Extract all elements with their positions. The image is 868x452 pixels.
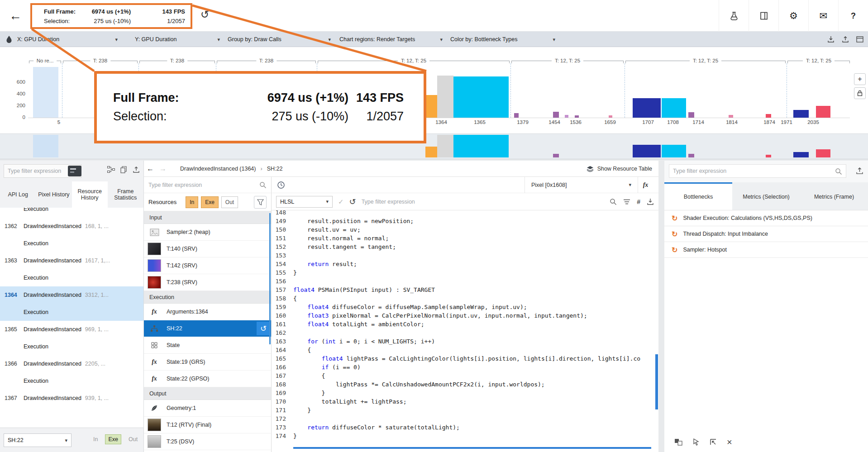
code-line[interactable]: 154 return result; <box>272 260 655 268</box>
overview-bar[interactable] <box>633 145 661 157</box>
resources-scrollbar[interactable] <box>269 213 271 344</box>
resource-item[interactable]: State <box>144 337 271 354</box>
code-line[interactable]: 167 { <box>272 371 655 380</box>
nav-back-icon[interactable]: ← <box>144 165 157 173</box>
search-icon[interactable] <box>610 198 617 205</box>
code-line[interactable]: 173 return diffuseColor * saturate(total… <box>272 423 655 432</box>
y-axis-dropdown[interactable]: Y: GPU Duration▾ <box>135 32 220 47</box>
bottleneck-row[interactable]: ↻Thread Dispatch: Input Imbalance <box>664 226 868 242</box>
bottleneck-row[interactable]: ↻Sampler: Hotspot <box>664 242 868 258</box>
resources-toggle-exe[interactable]: Exe <box>201 196 219 208</box>
close-icon[interactable]: × <box>727 438 732 446</box>
code-line[interactable]: 155} <box>272 268 655 277</box>
event-row[interactable]: 1364DrawIndexedInstanced3312, 1... <box>0 286 143 304</box>
tree-view-icon[interactable] <box>107 166 115 173</box>
resource-item[interactable]: Geometry:1 <box>144 400 271 417</box>
code-line[interactable]: 149 result.position = newPosition; <box>272 217 655 225</box>
code-line[interactable]: 171 } <box>272 406 655 414</box>
search-icon[interactable] <box>259 181 267 189</box>
sort-lines-icon[interactable] <box>623 199 630 205</box>
chart-bar[interactable] <box>633 98 661 118</box>
event-row[interactable]: 1367DrawIndexedInstanced939, 1, ... <box>0 390 143 407</box>
shader-select[interactable]: SH:22 ▾ <box>4 433 72 447</box>
chart-bar[interactable] <box>553 112 559 118</box>
code-line[interactable]: 163 for (int i = 0; i < NUM_LIGHTS; i++) <box>272 337 655 346</box>
overview-bar[interactable] <box>33 135 58 157</box>
resource-item[interactable]: SH:22↺ <box>144 320 271 337</box>
copy-icon[interactable] <box>120 166 127 173</box>
code-line[interactable]: 170 totalLight += lightPass; <box>272 397 655 406</box>
resource-item[interactable]: Sampler:2 (heap) <box>144 224 271 241</box>
feedback-mail-icon[interactable]: ✉ <box>808 0 838 32</box>
code-line[interactable]: 151 result.normal = normal; <box>272 234 655 243</box>
color-by-dropdown[interactable]: Color by: Bottleneck Types▾ <box>450 32 555 47</box>
event-child-row[interactable]: Execution <box>0 338 143 355</box>
language-dropdown[interactable]: HLSL ▾ <box>276 196 333 208</box>
tab-metrics-selection[interactable]: Metrics (Selection) <box>732 182 800 210</box>
code-line[interactable]: 161 float4 totalLight = ambientColor; <box>272 320 655 328</box>
group-by-dropdown[interactable]: Group by: Draw Calls▾ <box>228 32 331 47</box>
code-vertical-scrollbar[interactable] <box>655 354 658 409</box>
overview-bar[interactable] <box>425 147 437 157</box>
help-button[interactable]: ? <box>838 0 868 32</box>
tab-frame-statistics[interactable]: Frame Statistics <box>108 181 143 208</box>
code-line[interactable]: 168 lightPass *= CalcUnshadowedAmountPCF… <box>272 380 655 389</box>
apply-check-icon[interactable]: ✓ <box>338 198 344 206</box>
code-line[interactable]: 156 <box>272 277 655 285</box>
shader-stage-dropdown[interactable]: Pixel [0x1608] ▾ <box>525 177 638 193</box>
event-child-row[interactable]: Execution <box>0 269 143 286</box>
chart-bar[interactable] <box>766 114 771 118</box>
event-child-row[interactable]: Execution <box>0 235 143 252</box>
pointer-icon[interactable] <box>692 438 700 446</box>
chart-bar[interactable] <box>33 67 58 118</box>
x-axis-dropdown[interactable]: X: GPU Duration▾ <box>17 32 118 47</box>
code-line[interactable]: 148 <box>272 210 655 217</box>
lock-icon[interactable] <box>854 87 866 99</box>
resource-item[interactable]: fxArguments:1364 <box>144 304 271 320</box>
history-clock-icon[interactable] <box>277 181 285 189</box>
code-line[interactable]: 166 if (i == 0) <box>272 363 655 371</box>
resource-item[interactable]: T:12 (RTV) (Final) <box>144 417 271 433</box>
bottleneck-row[interactable]: ↻Shader Execution: Calculations (VS,HS,D… <box>664 210 868 226</box>
breadcrumb-item[interactable]: SH:22 <box>267 166 283 172</box>
overview-bar[interactable] <box>688 154 694 157</box>
event-row[interactable]: 1362DrawIndexedInstanced168, 1, ... <box>0 218 143 235</box>
overview-bar[interactable] <box>793 152 809 157</box>
event-child-row[interactable]: Execution <box>0 372 143 390</box>
chart-bar[interactable] <box>688 112 694 118</box>
save-source-icon[interactable] <box>647 198 654 205</box>
chart-bar[interactable] <box>816 106 830 118</box>
tab-pixel-history[interactable]: Pixel History <box>36 181 72 208</box>
resource-item[interactable]: T:25 (DSV) <box>144 433 271 450</box>
reset-view-icon[interactable]: ↺ <box>200 9 209 21</box>
resource-item[interactable]: T:140 (SRV) <box>144 241 271 257</box>
chart-bar[interactable] <box>662 98 686 118</box>
code-line[interactable]: 159 float4 diffuseColor = diffuseMap.Sam… <box>272 303 655 311</box>
toggle-out[interactable]: Out <box>126 435 140 444</box>
settings-gear-icon[interactable]: ⚙ <box>778 0 808 32</box>
code-line[interactable]: 152 result.tangent = tangent; <box>272 243 655 251</box>
event-row[interactable]: 1363DrawIndexedInstanced1617, 1,... <box>0 252 143 269</box>
overview-bar[interactable] <box>816 149 830 157</box>
chart-bar[interactable] <box>425 95 437 118</box>
fx-edit-icon[interactable]: fx <box>638 177 653 193</box>
export-list-icon[interactable] <box>133 166 140 173</box>
code-line[interactable]: 160 float3 pixelNormal = CalcPerPixelNor… <box>272 311 655 320</box>
tab-metrics-frame[interactable]: Metrics (Frame) <box>800 182 868 210</box>
chart-bar[interactable] <box>453 76 509 118</box>
zoom-in-button[interactable]: + <box>854 73 866 85</box>
code-line[interactable]: 150 result.uv = uv; <box>272 225 655 234</box>
resource-item[interactable]: T:238 (SRV) <box>144 274 271 291</box>
search-icon[interactable] <box>835 168 842 175</box>
overview-bar[interactable] <box>553 154 559 157</box>
tab-bottlenecks[interactable]: Bottlenecks <box>664 182 732 210</box>
overview-bar[interactable] <box>437 135 453 157</box>
resource-item[interactable]: T:142 (SRV) <box>144 257 271 274</box>
event-row[interactable]: 1366DrawIndexedInstanced2205, ... <box>0 355 143 372</box>
nav-forward-icon[interactable]: → <box>157 165 169 173</box>
breadcrumb-event[interactable]: DrawIndexedInstanced (1364) <box>180 166 256 172</box>
bottlenecks-filter-input[interactable] <box>673 166 827 176</box>
resources-toggle-in[interactable]: In <box>186 196 198 208</box>
resource-item[interactable]: fxState:19 (GRS) <box>144 354 271 371</box>
back-button[interactable]: ← <box>6 7 24 24</box>
